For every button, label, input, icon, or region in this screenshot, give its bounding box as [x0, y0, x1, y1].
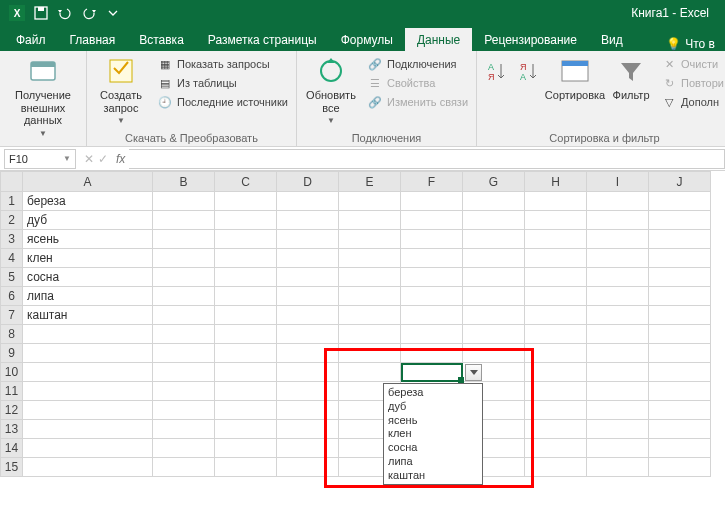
cell[interactable]	[525, 211, 587, 230]
row-header[interactable]: 2	[1, 211, 23, 230]
row-header[interactable]: 10	[1, 363, 23, 382]
cell[interactable]	[649, 458, 711, 477]
cell[interactable]: дуб	[23, 211, 153, 230]
cell[interactable]	[339, 230, 401, 249]
cell[interactable]	[463, 287, 525, 306]
cell[interactable]	[215, 306, 277, 325]
connections-button[interactable]: 🔗Подключения	[363, 55, 472, 73]
tab-page-layout[interactable]: Разметка страницы	[196, 28, 329, 51]
dropdown-option[interactable]: липа	[388, 455, 478, 469]
cell[interactable]	[23, 420, 153, 439]
column-header[interactable]: F	[401, 172, 463, 192]
cell[interactable]	[649, 344, 711, 363]
cell[interactable]	[23, 344, 153, 363]
cell[interactable]	[339, 287, 401, 306]
excel-app-icon[interactable]: X	[6, 2, 28, 24]
column-header[interactable]: B	[153, 172, 215, 192]
show-queries-button[interactable]: ▦Показать запросы	[153, 55, 292, 73]
cell[interactable]	[587, 382, 649, 401]
save-icon[interactable]	[30, 2, 52, 24]
cell[interactable]	[277, 344, 339, 363]
tell-me-search[interactable]: 💡 Что в	[660, 37, 721, 51]
cell[interactable]	[463, 211, 525, 230]
row-header[interactable]: 13	[1, 420, 23, 439]
redo-icon[interactable]	[78, 2, 100, 24]
cell[interactable]	[587, 458, 649, 477]
refresh-all-button[interactable]: Обновить все ▼	[301, 53, 361, 127]
recent-sources-button[interactable]: 🕘Последние источники	[153, 93, 292, 111]
cell[interactable]	[649, 249, 711, 268]
cell[interactable]	[649, 230, 711, 249]
cell[interactable]	[215, 382, 277, 401]
cell[interactable]	[525, 230, 587, 249]
cell[interactable]	[401, 287, 463, 306]
cell[interactable]	[649, 268, 711, 287]
column-header[interactable]: A	[23, 172, 153, 192]
cell[interactable]	[463, 192, 525, 211]
cell[interactable]	[277, 439, 339, 458]
cell[interactable]	[339, 363, 401, 382]
cell[interactable]	[463, 306, 525, 325]
cell[interactable]	[401, 363, 463, 382]
cell[interactable]: береза	[23, 192, 153, 211]
from-table-button[interactable]: ▤Из таблицы	[153, 74, 292, 92]
cell[interactable]	[277, 420, 339, 439]
cell[interactable]	[649, 325, 711, 344]
cell[interactable]	[401, 325, 463, 344]
cell[interactable]	[649, 306, 711, 325]
column-header[interactable]: J	[649, 172, 711, 192]
row-header[interactable]: 1	[1, 192, 23, 211]
tab-formulas[interactable]: Формулы	[329, 28, 405, 51]
row-header[interactable]: 6	[1, 287, 23, 306]
column-header[interactable]: D	[277, 172, 339, 192]
row-header[interactable]: 4	[1, 249, 23, 268]
cell[interactable]	[525, 306, 587, 325]
column-header[interactable]: C	[215, 172, 277, 192]
cell[interactable]	[401, 230, 463, 249]
cell[interactable]	[23, 382, 153, 401]
dropdown-option[interactable]: каштан	[388, 469, 478, 483]
cell[interactable]	[153, 268, 215, 287]
cell[interactable]	[587, 344, 649, 363]
dropdown-option[interactable]: сосна	[388, 441, 478, 455]
cell[interactable]	[525, 287, 587, 306]
cell[interactable]	[215, 458, 277, 477]
cell[interactable]	[215, 420, 277, 439]
tab-view[interactable]: Вид	[589, 28, 635, 51]
cell[interactable]	[215, 249, 277, 268]
cell[interactable]	[153, 325, 215, 344]
tab-review[interactable]: Рецензирование	[472, 28, 589, 51]
cell[interactable]: клен	[23, 249, 153, 268]
cell[interactable]	[525, 325, 587, 344]
cell[interactable]	[649, 420, 711, 439]
cell[interactable]	[153, 439, 215, 458]
cell[interactable]: липа	[23, 287, 153, 306]
cell[interactable]	[153, 249, 215, 268]
cell[interactable]: ясень	[23, 230, 153, 249]
cell[interactable]	[463, 249, 525, 268]
cell[interactable]	[153, 287, 215, 306]
cell[interactable]	[153, 192, 215, 211]
cell[interactable]	[649, 363, 711, 382]
cell[interactable]	[525, 344, 587, 363]
get-external-data-button[interactable]: Получение внешних данных ▼	[4, 53, 82, 140]
cell[interactable]	[153, 458, 215, 477]
cell[interactable]	[277, 363, 339, 382]
cell[interactable]	[215, 344, 277, 363]
cell[interactable]	[587, 420, 649, 439]
cell[interactable]	[339, 325, 401, 344]
tab-insert[interactable]: Вставка	[127, 28, 196, 51]
cell[interactable]	[649, 287, 711, 306]
cell[interactable]	[463, 344, 525, 363]
cell[interactable]	[153, 211, 215, 230]
data-validation-dropdown-button[interactable]	[465, 364, 482, 381]
cell[interactable]	[215, 230, 277, 249]
cell[interactable]	[525, 192, 587, 211]
tab-file[interactable]: Файл	[4, 28, 58, 51]
row-header[interactable]: 9	[1, 344, 23, 363]
tab-data[interactable]: Данные	[405, 28, 472, 51]
sort-button[interactable]: Сортировка	[545, 53, 605, 104]
cell[interactable]	[277, 325, 339, 344]
cell[interactable]	[587, 192, 649, 211]
data-validation-list[interactable]: березадубясенькленсосналипакаштан	[383, 383, 483, 485]
